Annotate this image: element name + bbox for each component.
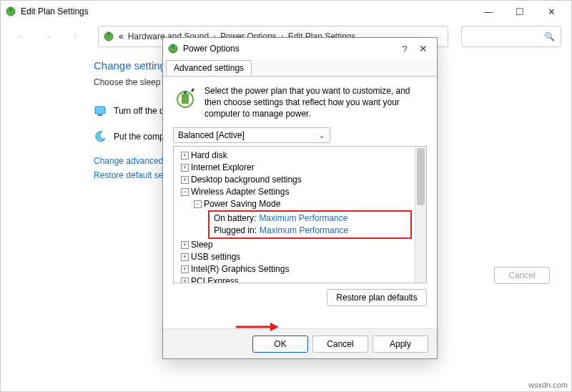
collapse-icon[interactable]: − (194, 200, 202, 208)
svg-rect-7 (172, 44, 174, 49)
tree-item-hard-disk[interactable]: +Hard disk (177, 150, 412, 162)
restore-plan-defaults-button[interactable]: Restore plan defaults (327, 289, 427, 306)
chevron-down-icon: ⌄ (318, 130, 325, 140)
tree-item-power-saving-mode[interactable]: −Power Saving Mode (177, 198, 412, 210)
power-icon (5, 6, 16, 17)
tree-item-wireless-adapter[interactable]: −Wireless Adapter Settings (177, 186, 412, 198)
power-icon (103, 31, 114, 42)
close-button[interactable]: ✕ (536, 1, 567, 22)
ok-button[interactable]: OK (252, 335, 308, 353)
breadcrumb-sep: « (119, 31, 124, 41)
parent-button-row: Cancel (494, 267, 550, 284)
settings-tree: +Hard disk +Internet Explorer +Desktop b… (173, 146, 427, 283)
dialog-message-row: Select the power plan that you want to c… (173, 85, 427, 120)
dialog-title: Power Options (183, 44, 395, 54)
help-button[interactable]: ? (395, 44, 414, 54)
cancel-button[interactable]: Cancel (312, 335, 368, 353)
expand-icon[interactable]: + (181, 176, 189, 184)
power-icon (167, 43, 179, 54)
tree-leaf-plugged-in[interactable]: Plugged in: Maximum Performance (211, 225, 409, 237)
tree-item-usb[interactable]: +USB settings (177, 251, 412, 263)
dialog-footer: OK Cancel Apply (163, 328, 437, 358)
search-icon: 🔍 (544, 31, 555, 41)
tree-item-ie[interactable]: +Internet Explorer (177, 162, 412, 174)
restore-row: Restore plan defaults (173, 289, 427, 306)
expand-icon[interactable]: + (181, 152, 189, 160)
tree-item-sleep[interactable]: +Sleep (177, 239, 412, 251)
plan-select-value: Balanced [Active] (178, 130, 245, 140)
dialog-titlebar: Power Options ? ✕ (163, 38, 437, 59)
collapse-icon[interactable]: − (181, 188, 189, 196)
maximize-button[interactable]: ☐ (504, 1, 536, 22)
back-button[interactable]: ← (11, 26, 31, 46)
battery-icon (173, 85, 197, 109)
window-buttons: — ☐ ✕ (473, 1, 567, 22)
dialog-message: Select the power plan that you want to c… (204, 85, 427, 120)
plan-select[interactable]: Balanced [Active] ⌄ (173, 127, 330, 143)
up-button[interactable]: ↑ (65, 26, 85, 46)
expand-icon[interactable]: + (181, 241, 189, 249)
tree-item-intel-graphics[interactable]: +Intel(R) Graphics Settings (177, 263, 412, 275)
minimize-button[interactable]: — (473, 1, 504, 22)
sleep-icon (94, 130, 107, 143)
expand-icon[interactable]: + (181, 253, 189, 261)
tree-item-pci-express[interactable]: +PCI Express (177, 275, 412, 283)
tab-advanced-settings[interactable]: Advanced settings (166, 60, 252, 76)
parent-title: Edit Plan Settings (21, 6, 473, 16)
scrollbar-thumb[interactable] (417, 148, 425, 205)
search-input[interactable]: 🔍 (461, 26, 561, 47)
expand-icon[interactable]: + (181, 278, 189, 283)
parent-titlebar: Edit Plan Settings — ☐ ✕ (1, 1, 571, 22)
tree-leaf-on-battery[interactable]: On battery: Maximum Performance (211, 212, 409, 225)
dialog-body: Select the power plan that you want to c… (163, 77, 437, 328)
svg-rect-9 (184, 91, 187, 94)
tree-item-desktop-bg[interactable]: +Desktop background settings (177, 174, 412, 186)
svg-rect-3 (108, 32, 109, 36)
svg-rect-5 (98, 114, 102, 116)
expand-icon[interactable]: + (181, 164, 189, 172)
apply-button[interactable]: Apply (373, 335, 428, 353)
svg-rect-4 (95, 107, 105, 114)
svg-rect-1 (10, 7, 11, 11)
tree-scrollbar[interactable] (415, 147, 426, 283)
highlight-annotation: On battery: Maximum Performance Plugged … (208, 210, 412, 239)
dialog-close-button[interactable]: ✕ (414, 43, 433, 54)
expand-icon[interactable]: + (181, 265, 189, 273)
tab-strip: Advanced settings (163, 59, 437, 77)
display-icon (94, 104, 107, 117)
power-options-dialog: Power Options ? ✕ Advanced settings Sele… (162, 37, 438, 359)
cancel-button[interactable]: Cancel (494, 267, 550, 284)
forward-button[interactable]: → (38, 26, 58, 46)
tree-content: +Hard disk +Internet Explorer +Desktop b… (174, 147, 415, 283)
watermark: wsxdn.com (528, 381, 568, 389)
